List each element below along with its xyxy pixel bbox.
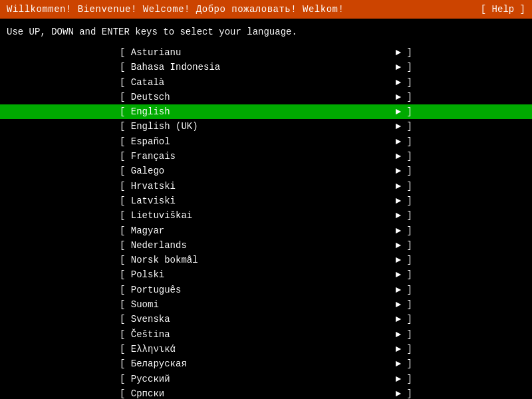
lang-arrow: ► ] xyxy=(396,372,412,386)
lang-label: [ Беларуская xyxy=(120,357,187,370)
language-item[interactable]: [ Norsk bokmål► ] xyxy=(0,253,532,267)
lang-arrow: ► ] xyxy=(396,194,412,207)
lang-label: [ English (UK) xyxy=(120,120,198,133)
lang-label: [ Asturianu xyxy=(120,46,181,59)
language-item[interactable]: [ Bahasa Indonesia► ] xyxy=(0,60,532,74)
lang-label: [ Català xyxy=(120,76,164,89)
language-item[interactable]: [ Čeština► ] xyxy=(0,327,532,342)
header-bar: Willkommen! Bienvenue! Welcome! Добро по… xyxy=(0,0,532,19)
lang-label: [ Español xyxy=(120,135,170,148)
lang-label: [ English xyxy=(120,105,170,118)
lang-arrow: ► ] xyxy=(396,328,412,341)
language-item[interactable]: [ Ελληνικά► ] xyxy=(0,342,532,356)
lang-arrow: ► ] xyxy=(396,164,412,178)
language-item[interactable]: [ Português► ] xyxy=(0,283,532,297)
lang-arrow: ► ] xyxy=(396,90,412,104)
lang-arrow: ► ] xyxy=(396,135,412,148)
language-item[interactable]: [ English► ] xyxy=(0,104,532,119)
language-item[interactable]: [ Latviski► ] xyxy=(0,194,532,208)
language-item[interactable]: [ Lietuviškai► ] xyxy=(0,208,532,223)
lang-label: [ Svenska xyxy=(120,313,170,326)
lang-arrow: ► ] xyxy=(396,253,412,267)
lang-label: [ Português xyxy=(120,283,181,297)
language-item[interactable]: [ Asturianu► ] xyxy=(0,45,532,60)
lang-arrow: ► ] xyxy=(396,105,412,118)
lang-arrow: ► ] xyxy=(396,268,412,281)
language-item[interactable]: [ Беларуская► ] xyxy=(0,356,532,371)
lang-label: [ Ελληνικά xyxy=(120,342,176,356)
language-item[interactable]: [ Català► ] xyxy=(0,75,532,90)
language-item[interactable]: [ Magyar► ] xyxy=(0,223,532,238)
lang-label: [ Српски xyxy=(120,387,164,399)
lang-label: [ Nederlands xyxy=(120,239,187,252)
language-item[interactable]: [ Español► ] xyxy=(0,134,532,149)
help-button[interactable]: [ Help ] xyxy=(481,4,525,15)
lang-label: [ Русский xyxy=(120,372,170,386)
lang-arrow: ► ] xyxy=(396,150,412,163)
header-title: Willkommen! Bienvenue! Welcome! Добро по… xyxy=(7,4,344,15)
lang-label: [ Lietuviškai xyxy=(120,209,192,222)
lang-arrow: ► ] xyxy=(396,224,412,237)
lang-arrow: ► ] xyxy=(396,387,412,399)
lang-label: [ Magyar xyxy=(120,224,164,237)
lang-label: [ Polski xyxy=(120,268,164,281)
lang-arrow: ► ] xyxy=(396,120,412,133)
lang-arrow: ► ] xyxy=(396,61,412,74)
language-list: [ Asturianu► ][ Bahasa Indonesia► ][ Cat… xyxy=(0,45,532,399)
language-item[interactable]: [ English (UK)► ] xyxy=(0,119,532,134)
lang-label: [ Suomi xyxy=(120,298,159,311)
language-item[interactable]: [ Српски► ] xyxy=(0,386,532,399)
lang-label: [ Čeština xyxy=(120,328,170,341)
lang-label: [ Bahasa Indonesia xyxy=(120,61,220,74)
lang-arrow: ► ] xyxy=(396,209,412,222)
lang-arrow: ► ] xyxy=(396,76,412,89)
language-item[interactable]: [ Svenska► ] xyxy=(0,312,532,327)
language-item[interactable]: [ Français► ] xyxy=(0,149,532,164)
lang-arrow: ► ] xyxy=(396,357,412,370)
lang-arrow: ► ] xyxy=(396,46,412,59)
lang-arrow: ► ] xyxy=(396,342,412,356)
lang-label: [ Norsk bokmål xyxy=(120,253,198,267)
language-item[interactable]: [ Galego► ] xyxy=(0,164,532,178)
language-item[interactable]: [ Suomi► ] xyxy=(0,297,532,312)
lang-arrow: ► ] xyxy=(396,239,412,252)
language-item[interactable]: [ Hrvatski► ] xyxy=(0,179,532,194)
lang-label: [ Latviski xyxy=(120,194,176,207)
language-item[interactable]: [ Русский► ] xyxy=(0,372,532,386)
lang-arrow: ► ] xyxy=(396,180,412,193)
lang-label: [ Galego xyxy=(120,164,164,178)
language-item[interactable]: [ Polski► ] xyxy=(0,267,532,282)
lang-label: [ Français xyxy=(120,150,176,163)
language-item[interactable]: [ Nederlands► ] xyxy=(0,238,532,253)
lang-arrow: ► ] xyxy=(396,313,412,326)
lang-label: [ Hrvatski xyxy=(120,180,176,193)
language-item[interactable]: [ Deutsch► ] xyxy=(0,90,532,104)
instruction-text: Use UP, DOWN and ENTER keys to select yo… xyxy=(0,19,532,44)
lang-arrow: ► ] xyxy=(396,283,412,297)
lang-label: [ Deutsch xyxy=(120,90,170,104)
lang-arrow: ► ] xyxy=(396,298,412,311)
